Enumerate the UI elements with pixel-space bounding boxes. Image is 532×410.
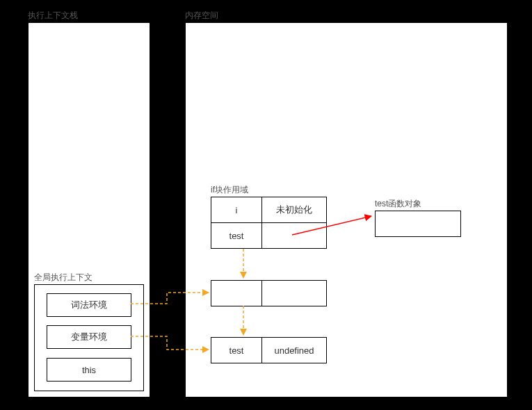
lexical-env-table <box>211 280 328 306</box>
lex-r1c1 <box>211 280 262 306</box>
var-r1c2: undefined <box>261 337 327 363</box>
global-ctx-box: 词法环境 变量环境 this <box>34 284 144 391</box>
lex-r1c2 <box>261 280 327 306</box>
func-obj-box <box>375 211 461 237</box>
this-box: this <box>47 358 131 382</box>
global-ctx-label: 全局执行上下文 <box>34 272 92 284</box>
memory-panel: if块作用域 i 未初始化 test test undefined test函数… <box>185 22 508 397</box>
memory-title: 内存空间 <box>185 10 218 22</box>
var-r1c1: test <box>211 337 262 363</box>
if-scope-table: i 未初始化 test <box>211 197 328 249</box>
variable-env-box: 变量环境 <box>47 325 131 349</box>
stack-title: 执行上下文栈 <box>28 10 78 22</box>
variable-env-table: test undefined <box>211 337 328 363</box>
if-r2c2 <box>261 222 327 249</box>
if-scope-label: if块作用域 <box>211 184 248 196</box>
if-r2c1: test <box>211 222 262 249</box>
execution-stack-panel: 全局执行上下文 词法环境 变量环境 this <box>28 22 150 397</box>
lexical-env-box: 词法环境 <box>47 293 131 317</box>
func-obj-label: test函数对象 <box>375 198 421 210</box>
if-r1c2: 未初始化 <box>261 197 327 223</box>
if-r1c1: i <box>211 197 262 223</box>
